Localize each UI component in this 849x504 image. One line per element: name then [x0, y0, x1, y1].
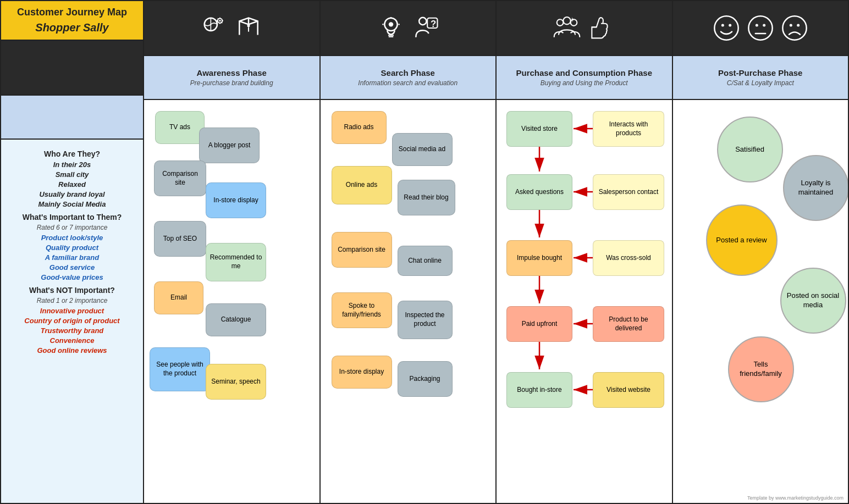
awareness-column: Awareness Phase Pre-purchase brand build… — [144, 1, 321, 503]
touchpoint-card: In-store display — [332, 356, 392, 389]
postpurchase-icons — [673, 1, 848, 56]
purchase-icon-1 — [553, 14, 581, 42]
purchase-body: Visited storeInteracts with productsAske… — [497, 100, 672, 503]
purchase-card: Impulse bought — [506, 240, 572, 276]
purchase-header: Purchase and Consumption Phase Buying an… — [497, 56, 672, 100]
important-item-2: Quality product — [8, 243, 136, 252]
postpurchase-column: Post-Purchase Phase C/Sat & Loyalty Impa… — [673, 1, 848, 503]
touchpoint-card: Chat online — [398, 246, 453, 276]
purchase-card: Bought in-store — [506, 372, 572, 408]
touchpoint-card: Email — [154, 281, 203, 314]
touchpoint-card: Catalogue — [206, 303, 266, 336]
svg-line-9 — [222, 23, 222, 23]
touchpoint-card: TV ads — [155, 111, 205, 144]
not-important-item-3: Trustworthy brand — [8, 326, 136, 335]
not-important-item-4: Convenience — [8, 336, 136, 345]
awareness-phase-sub: Pre-purchase brand building — [151, 79, 313, 87]
important-item-1: Product look/style — [8, 234, 136, 242]
search-body: Radio adsSocial media adOnline adsRead t… — [321, 100, 496, 503]
touchpoint-card: Social media ad — [392, 133, 453, 166]
svg-point-36 — [714, 16, 738, 40]
search-icons: ? — [321, 1, 496, 56]
sad-face-icon — [781, 14, 808, 42]
important-item-4: Good service — [8, 263, 136, 272]
touchpoint-card: Seminar, speech — [206, 364, 266, 400]
svg-point-44 — [790, 24, 792, 27]
happy-face-icon — [713, 14, 740, 42]
svg-point-23 — [571, 19, 577, 26]
purchase-card: Asked questions — [506, 174, 572, 210]
purchase-card: Salesperson contact — [593, 174, 664, 210]
touchpoint-card: Inspected the product — [398, 301, 453, 339]
important-title: What's Important to Them? — [8, 213, 136, 221]
not-important-item-2: Country of origin of product — [8, 317, 136, 325]
postpurchase-circle: Satisified — [717, 117, 783, 182]
not-important-title: What's NOT Important? — [8, 286, 136, 295]
profile-phase-header — [1, 96, 143, 140]
profile-item-personality: Relaxed — [8, 180, 136, 189]
touchpoint-card: Online ads — [332, 166, 392, 204]
svg-point-21 — [557, 19, 564, 26]
svg-point-38 — [729, 24, 731, 27]
purchase-card: Product to be delivered — [593, 306, 664, 342]
postpurchase-header: Post-Purchase Phase C/Sat & Loyalty Impa… — [673, 56, 848, 100]
search-header: Search Phase Information search and eval… — [321, 56, 496, 100]
search-phase-title: Search Phase — [327, 68, 489, 77]
who-title: Who Are They? — [8, 149, 136, 158]
touchpoint-card: A blogger post — [199, 128, 260, 163]
persona-name: Shopper Sally — [8, 21, 136, 34]
purchase-icons — [497, 1, 672, 56]
not-important-rating: Rated 1 or 2 importance — [8, 297, 136, 304]
svg-point-40 — [756, 24, 758, 27]
svg-point-45 — [797, 24, 800, 27]
profile-icon-area — [1, 41, 143, 96]
touchpoint-card: Spoke to family/friends — [332, 292, 392, 328]
touchpoint-card: Comparison site — [332, 232, 392, 268]
svg-point-3 — [219, 20, 221, 21]
touchpoint-card: See people with the product — [150, 347, 210, 391]
profile-item-loyalty: Usually brand loyal — [8, 190, 136, 198]
svg-point-41 — [763, 24, 765, 27]
touchpoint-card: Recommended to me — [206, 243, 266, 281]
touchpoint-card: In-store display — [206, 182, 266, 218]
svg-line-8 — [218, 19, 218, 19]
touchpoint-card: Comparison site — [154, 160, 206, 196]
postpurchase-phase-title: Post-Purchase Phase — [680, 68, 842, 77]
neutral-face-icon — [747, 14, 774, 42]
awareness-icon-1 — [201, 14, 228, 42]
svg-point-17 — [389, 22, 393, 26]
postpurchase-circle: Posted on social media — [780, 268, 846, 334]
search-phase-sub: Information search and evaluation — [327, 79, 489, 87]
watermark: Template by www.marketingstudyguide.com — [747, 495, 844, 501]
purchase-card: Visited website — [593, 372, 664, 408]
purchase-phase-sub: Buying and Using the Product — [503, 79, 665, 87]
not-important-item-1: Innovative product — [8, 307, 136, 315]
profile-item-city: Small city — [8, 170, 136, 179]
postpurchase-body: Template by www.marketingstudyguide.com … — [673, 100, 848, 503]
purchase-card: Interacts with products — [593, 111, 664, 147]
touchpoint-card: Radio ads — [332, 111, 387, 144]
postpurchase-circle: Tells friends/family — [728, 336, 794, 402]
important-item-3: A familiar brand — [8, 253, 136, 262]
svg-point-18 — [419, 18, 426, 25]
awareness-body: TV adsA blogger postComparison siteIn-st… — [144, 100, 319, 503]
important-rating: Rated 6 or 7 importance — [8, 224, 136, 231]
profile-item-media: Mainly Social Media — [8, 200, 136, 208]
purchase-card: Was cross-sold — [593, 240, 664, 276]
postpurchase-circle: Loyalty is maintained — [783, 155, 848, 221]
svg-point-43 — [782, 16, 806, 40]
touchpoint-card: Packaging — [398, 361, 453, 397]
purchase-card: Visited store — [506, 111, 572, 147]
purchase-phase-title: Purchase and Consumption Phase — [503, 68, 665, 77]
search-icon-2: ? — [411, 14, 439, 42]
svg-point-22 — [564, 17, 571, 24]
svg-point-37 — [721, 24, 724, 27]
svg-point-39 — [748, 16, 772, 40]
postpurchase-circle: Posted a review — [706, 204, 778, 276]
main-title: Customer Journey Map — [8, 7, 136, 18]
profile-column: Customer Journey Map Shopper Sally Who A… — [1, 1, 144, 503]
postpurchase-phase-sub: C/Sat & Loyalty Impact — [680, 79, 842, 87]
awareness-phase-title: Awareness Phase — [151, 68, 313, 77]
search-column: ? Search Phase Information search and ev… — [321, 1, 497, 503]
awareness-icons — [144, 1, 319, 56]
